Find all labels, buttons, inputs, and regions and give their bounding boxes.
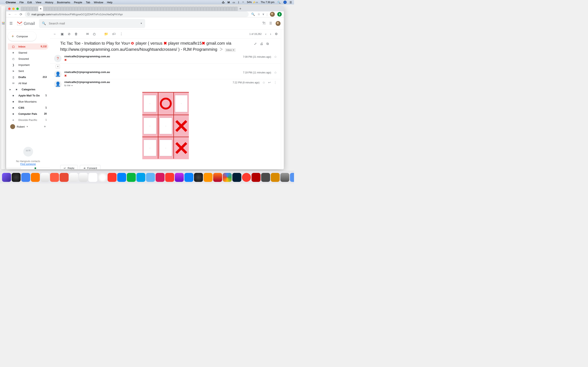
browser-tab[interactable] — [75, 7, 78, 11]
spam-icon[interactable]: ⊘ — [68, 32, 70, 36]
back-icon[interactable]: ← — [53, 32, 57, 36]
board-cell-0-2[interactable] — [173, 92, 189, 115]
extension-icon[interactable]: ⬆ — [277, 12, 282, 17]
browser-tab[interactable] — [235, 7, 238, 11]
browser-tab[interactable] — [35, 7, 38, 11]
dock-app[interactable] — [69, 173, 78, 182]
dock-app[interactable] — [31, 173, 40, 182]
dock-app[interactable] — [12, 173, 21, 182]
app-grid-icon[interactable] — [2, 22, 4, 25]
nav-important[interactable]: ❱Important — [8, 62, 48, 68]
nav-snoozed[interactable]: ◴Snoozed — [8, 56, 48, 62]
menu-tab[interactable]: Tab — [86, 1, 90, 4]
nav-reload[interactable]: ⟳ — [20, 12, 22, 16]
browser-tab[interactable] — [123, 7, 126, 11]
star-icon[interactable]: ☆ — [262, 81, 265, 84]
site-info-icon[interactable]: ⓘ — [27, 12, 30, 16]
browser-tab[interactable] — [66, 7, 69, 11]
new-chat-icon[interactable]: + — [44, 125, 46, 129]
status-bluetooth-icon[interactable]: ᛒ — [238, 1, 240, 4]
browser-tab[interactable] — [103, 7, 106, 11]
forward-button[interactable]: ➜Forward — [80, 165, 100, 169]
status-wifi-icon[interactable]: ⌔ — [242, 1, 244, 4]
browser-tab[interactable] — [83, 7, 86, 11]
browser-tab[interactable] — [89, 7, 92, 11]
hangouts-calls-tab[interactable]: 📞 — [35, 168, 50, 169]
status-siri-icon[interactable] — [283, 1, 287, 4]
browser-tab[interactable] — [203, 7, 206, 11]
dock-app[interactable] — [232, 173, 241, 182]
browser-tab[interactable] — [146, 7, 149, 11]
dock-app[interactable] — [175, 173, 184, 182]
browser-tab[interactable] — [200, 7, 203, 11]
browser-tab[interactable] — [232, 7, 235, 11]
gmail-logo[interactable]: Gmail — [17, 21, 35, 26]
account-avatar[interactable] — [276, 21, 281, 26]
browser-tab[interactable] — [126, 7, 129, 11]
browser-tab[interactable] — [152, 7, 155, 11]
nav-label-blue[interactable]: ■Blue Mountains — [8, 99, 48, 105]
labels-icon[interactable]: 🏷 — [112, 32, 116, 36]
board-cell-2-1[interactable] — [158, 137, 173, 159]
browser-tab[interactable] — [61, 7, 63, 11]
nav-sent[interactable]: ➤Sent — [8, 68, 48, 74]
hangouts-user[interactable]: Robert▼ + — [8, 124, 48, 129]
dock-app[interactable] — [280, 173, 289, 182]
collapsed-count-badge[interactable]: 4 — [56, 64, 60, 68]
board-cell-0-1[interactable] — [158, 92, 173, 115]
browser-tab[interactable] — [218, 7, 221, 11]
search-icon[interactable]: 🔍 — [42, 21, 46, 25]
browser-tab[interactable] — [192, 7, 195, 11]
browser-tab[interactable] — [21, 7, 24, 11]
dock-app[interactable] — [271, 173, 280, 182]
message-to[interactable]: to me ▼ — [64, 84, 230, 87]
more-icon[interactable]: ⋮ — [120, 32, 123, 36]
apps-grid-icon[interactable]: ⠿ — [269, 21, 272, 26]
compose-button[interactable]: + Compose — [8, 32, 36, 41]
search-bar[interactable]: 🔍 ▼ — [39, 19, 145, 28]
browser-tab[interactable] — [172, 7, 175, 11]
browser-tab[interactable] — [43, 7, 46, 11]
dock-app[interactable] — [251, 173, 260, 182]
status-joystick-icon[interactable]: 🕹 — [222, 1, 225, 4]
dock-app[interactable] — [136, 173, 145, 182]
address-bar[interactable]: ⓘ mail.google.com/mail/u/0/#inbox/FMfcgx… — [25, 11, 249, 17]
browser-tab[interactable] — [215, 7, 218, 11]
browser-tab[interactable] — [135, 7, 138, 11]
reply-icon[interactable]: ↩ — [268, 81, 271, 84]
archive-icon[interactable]: ▣ — [61, 32, 64, 36]
prev-icon[interactable]: ‹ — [265, 32, 266, 36]
browser-tab[interactable] — [46, 7, 49, 11]
browser-tab[interactable] — [181, 7, 183, 11]
browser-tab[interactable] — [189, 7, 192, 11]
hangouts-contacts-tab[interactable]: 👤 — [6, 168, 21, 169]
window-minimize[interactable] — [12, 8, 15, 10]
status-notifications-icon[interactable]: ☰ — [290, 1, 292, 4]
dock-app[interactable] — [50, 173, 59, 182]
board-cell-0-0[interactable] — [142, 92, 158, 115]
support-icon[interactable]: ?⃝ — [262, 21, 266, 25]
menu-edit[interactable]: Edit — [27, 1, 32, 4]
close-icon[interactable]: ✕ — [40, 7, 42, 10]
browser-tab[interactable] — [129, 7, 132, 11]
nav-drafts[interactable]: ▯Drafts213 — [8, 74, 48, 80]
browser-tab[interactable] — [86, 7, 89, 11]
popout-icon[interactable]: ⧉ — [267, 42, 269, 46]
nav-back[interactable]: ← — [8, 12, 11, 16]
expand-all-icon[interactable]: ⤢ — [254, 42, 257, 46]
browser-tab-active[interactable]: ✕ — [38, 6, 43, 11]
dock-app[interactable] — [146, 173, 155, 182]
browser-tab[interactable] — [49, 7, 52, 11]
browser-tab[interactable] — [198, 7, 200, 11]
browser-tab[interactable] — [143, 7, 146, 11]
browser-tab[interactable] — [223, 7, 226, 11]
browser-tab[interactable] — [226, 7, 229, 11]
nav-inbox[interactable]: ▢Inbox9,132 — [8, 43, 48, 50]
dock-app[interactable] — [223, 173, 232, 182]
browser-tab[interactable] — [106, 7, 109, 11]
browser-tab[interactable] — [229, 7, 232, 11]
delete-icon[interactable]: 🗑 — [75, 32, 78, 36]
dock-app[interactable] — [108, 173, 117, 182]
browser-tab[interactable] — [115, 7, 118, 11]
nav-allmail[interactable]: ✉All Mail — [8, 80, 48, 86]
